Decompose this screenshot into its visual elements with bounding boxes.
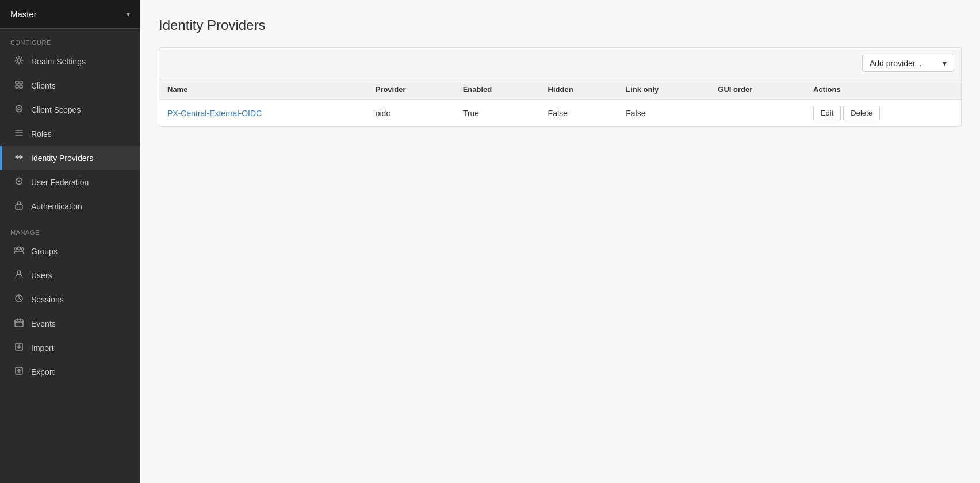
groups-icon (14, 246, 24, 257)
svg-rect-4 (20, 85, 22, 88)
sidebar-item-sessions[interactable]: Sessions (0, 288, 140, 312)
table-header-row: Name Provider Enabled Hidden Link only G… (159, 79, 961, 100)
sidebar-item-roles[interactable]: Roles (0, 122, 140, 146)
client-scopes-label: Client Scopes (31, 105, 81, 114)
col-link-only: Link only (618, 79, 710, 100)
realm-chevron: ▾ (127, 10, 130, 18)
realm-label: Master (10, 9, 37, 19)
user-federation-label: User Federation (31, 178, 89, 187)
delete-button[interactable]: Delete (843, 106, 880, 120)
provider-hidden-cell: False (540, 100, 618, 126)
dropdown-chevron-icon: ▾ (943, 59, 947, 68)
add-provider-label: Add provider... (870, 59, 921, 68)
col-name: Name (159, 79, 368, 100)
col-provider: Provider (368, 79, 455, 100)
events-label: Events (31, 319, 56, 328)
identity-providers-label: Identity Providers (31, 154, 93, 163)
sidebar-item-users[interactable]: Users (0, 263, 140, 288)
sidebar-item-events[interactable]: Events (0, 312, 140, 336)
configure-section-label: Configure (0, 29, 140, 49)
provider-name-link[interactable]: PX-Central-External-OIDC (167, 109, 262, 118)
client-scopes-icon (14, 104, 24, 116)
roles-label: Roles (31, 129, 52, 139)
svg-rect-12 (16, 205, 22, 209)
events-icon (14, 318, 24, 329)
users-icon (14, 270, 24, 281)
main-content: Identity Providers Add provider... ▾ Nam… (140, 0, 980, 483)
actions-cell: Edit Delete (813, 106, 953, 120)
provider-enabled-cell: True (455, 100, 540, 126)
realm-settings-label: Realm Settings (31, 57, 86, 66)
add-provider-dropdown[interactable]: Add provider... ▾ (862, 55, 954, 72)
sidebar-item-import[interactable]: Import (0, 336, 140, 360)
provider-actions-cell: Edit Delete (805, 100, 961, 126)
import-icon (14, 342, 24, 354)
svg-point-16 (17, 271, 21, 274)
sidebar-item-authentication[interactable]: Authentication (0, 194, 140, 218)
user-federation-icon (14, 177, 24, 188)
page-title: Identity Providers (159, 17, 962, 33)
svg-point-15 (21, 248, 24, 250)
svg-point-6 (18, 108, 20, 110)
col-enabled: Enabled (455, 79, 540, 100)
authentication-label: Authentication (31, 202, 82, 211)
sessions-icon (14, 294, 24, 305)
import-label: Import (31, 343, 54, 352)
edit-button[interactable]: Edit (813, 106, 841, 120)
table-toolbar: Add provider... ▾ (159, 48, 961, 79)
svg-point-13 (18, 247, 21, 250)
svg-point-0 (17, 59, 21, 62)
col-hidden: Hidden (540, 79, 618, 100)
col-actions: Actions (805, 79, 961, 100)
svg-point-5 (16, 106, 22, 112)
providers-table: Name Provider Enabled Hidden Link only G… (159, 79, 961, 126)
export-icon (14, 366, 24, 378)
svg-point-14 (14, 248, 17, 250)
sidebar-item-user-federation[interactable]: User Federation (0, 170, 140, 194)
identity-providers-icon (14, 152, 24, 164)
groups-label: Groups (31, 247, 58, 256)
sidebar-item-export[interactable]: Export (0, 360, 140, 384)
sidebar-item-client-scopes[interactable]: Client Scopes (0, 98, 140, 122)
users-label: Users (31, 271, 52, 280)
provider-type-cell: oidc (368, 100, 455, 126)
export-label: Export (31, 367, 54, 377)
clients-label: Clients (31, 81, 56, 90)
sessions-label: Sessions (31, 295, 64, 304)
realm-settings-icon (14, 56, 24, 67)
svg-rect-1 (16, 81, 18, 84)
sidebar-item-groups[interactable]: Groups (0, 239, 140, 263)
provider-gui-order-cell (710, 100, 805, 126)
svg-rect-18 (15, 320, 23, 327)
svg-rect-2 (20, 81, 22, 84)
col-gui-order: GUI order (710, 79, 805, 100)
provider-link-only-cell: False (618, 100, 710, 126)
sidebar-item-clients[interactable]: Clients (0, 74, 140, 98)
identity-providers-table-card: Add provider... ▾ Name Provider Enabled … (159, 47, 962, 126)
roles-icon (14, 128, 24, 140)
table-row: PX-Central-External-OIDC oidc True False… (159, 100, 961, 126)
svg-point-11 (18, 181, 20, 182)
realm-selector[interactable]: Master ▾ (0, 0, 140, 29)
manage-section-label: Manage (0, 218, 140, 239)
authentication-icon (14, 201, 24, 212)
sidebar-item-identity-providers[interactable]: Identity Providers (0, 146, 140, 170)
provider-name-cell: PX-Central-External-OIDC (159, 100, 368, 126)
svg-rect-3 (16, 85, 18, 88)
sidebar-item-realm-settings[interactable]: Realm Settings (0, 49, 140, 74)
sidebar: Master ▾ Configure Realm Settings Client… (0, 0, 140, 483)
clients-icon (14, 80, 24, 91)
